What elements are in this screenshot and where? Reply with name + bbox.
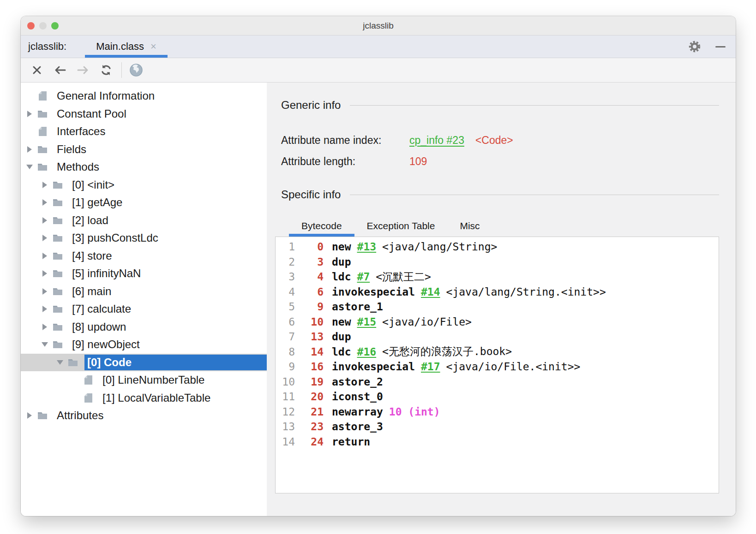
tree-item-6-main[interactable]: [6] main	[21, 283, 267, 301]
bytecode-line: 34ldc#7<沉默王二>	[276, 269, 719, 285]
toolbar	[21, 58, 736, 83]
tree-item-label: Interfaces	[54, 124, 109, 139]
tab-exception-table[interactable]: Exception Table	[354, 215, 448, 237]
tab-bar: jclasslib: Main.class ×	[21, 36, 736, 58]
tree-item-interfaces[interactable]: Interfaces	[21, 123, 267, 141]
tab-bytecode[interactable]: Bytecode	[289, 215, 354, 237]
tree-item-label: [8] updown	[69, 319, 130, 335]
tree-item-4-store[interactable]: [4] store	[21, 247, 267, 265]
tree-item-label: [9] newObject	[69, 337, 144, 352]
opcode-mnemonic: astore_3	[332, 421, 383, 433]
close-file-icon	[31, 65, 42, 76]
tree-item-1-localvariabletable[interactable]: [1] LocalVariableTable	[21, 389, 267, 407]
expander-expanded-icon[interactable]	[24, 165, 35, 169]
opcode-mnemonic: ldc	[332, 346, 351, 358]
tree-item-2-load[interactable]: [2] load	[21, 212, 267, 230]
tree-item-methods[interactable]: Methods	[21, 158, 267, 176]
expander-collapsed-icon[interactable]	[40, 288, 50, 295]
expander-expanded-icon[interactable]	[55, 360, 65, 365]
tree-item-9-newobject[interactable]: [9] newObject	[21, 336, 267, 354]
operand-text: <java/io/File>	[382, 316, 472, 328]
tree-item-7-calculate[interactable]: [7] calculate	[21, 300, 267, 318]
back-button[interactable]	[50, 61, 70, 79]
tree-item-0-linenumbertable[interactable]: [0] LineNumberTable	[21, 371, 267, 389]
settings-button[interactable]	[688, 40, 702, 53]
bytecode-offset: 21	[295, 406, 324, 418]
minimize-panel-button[interactable]	[714, 40, 727, 53]
expander-collapsed-icon[interactable]	[40, 199, 50, 206]
document-icon	[37, 126, 49, 137]
web-button[interactable]	[126, 61, 146, 79]
attribute-name-value: <Code>	[475, 134, 513, 147]
bytecode-offset: 4	[295, 271, 324, 283]
zoom-window-button[interactable]	[51, 22, 59, 30]
tree-item-0-init[interactable]: [0] <init>	[21, 176, 267, 194]
tree-item-general-information[interactable]: General Information	[21, 87, 267, 105]
close-window-button[interactable]	[27, 22, 35, 30]
constant-pool-ref-link[interactable]: #15	[357, 316, 377, 328]
detail-panel: Generic info Attribute name index: cp_in…	[267, 83, 736, 516]
tree-item-0-code[interactable]: [0] Code	[21, 354, 267, 372]
constant-pool-link[interactable]: cp_info #23	[409, 134, 464, 147]
tab-main-class[interactable]: Main.class ×	[85, 36, 168, 58]
expander-collapsed-icon[interactable]	[40, 182, 50, 188]
constant-pool-ref-link[interactable]: #17	[421, 361, 440, 373]
expander-collapsed-icon[interactable]	[40, 306, 50, 312]
bytecode-offset: 3	[295, 256, 324, 268]
line-number: 3	[276, 271, 295, 283]
tree-item-constant-pool[interactable]: Constant Pool	[21, 105, 267, 123]
expander-collapsed-icon[interactable]	[24, 111, 35, 117]
tree-item-1-getage[interactable]: [1] getAge	[21, 194, 267, 212]
tree-item-fields[interactable]: Fields	[21, 141, 267, 159]
bytecode-listing: 10new#13<java/lang/String>23dup34ldc#7<沉…	[275, 237, 719, 493]
bytecode-offset: 10	[295, 316, 324, 328]
reload-button[interactable]	[96, 61, 116, 79]
close-tab-icon[interactable]: ×	[150, 42, 156, 52]
tab-label: Main.class	[96, 41, 144, 53]
expander-collapsed-icon[interactable]	[40, 270, 50, 277]
folder-icon	[52, 286, 64, 297]
tree-item-attributes[interactable]: Attributes	[21, 407, 267, 425]
attribute-length-row: Attribute length: 109	[281, 151, 719, 172]
expander-collapsed-icon[interactable]	[40, 217, 50, 224]
tree-item-label: Methods	[54, 159, 103, 175]
expander-collapsed-icon[interactable]	[40, 324, 50, 330]
expander-collapsed-icon[interactable]	[40, 235, 50, 241]
line-number: 9	[276, 361, 295, 373]
minimize-window-button[interactable]	[39, 22, 47, 30]
folder-icon	[37, 108, 49, 119]
tree-item-label: General Information	[54, 88, 158, 104]
folder-icon	[52, 339, 64, 350]
tree-item-label: [1] LocalVariableTable	[100, 390, 214, 406]
expander-collapsed-icon[interactable]	[24, 412, 35, 419]
operand-text: <无愁河的浪荡汉子.book>	[382, 344, 512, 359]
folder-icon	[37, 144, 49, 155]
globe-icon	[129, 63, 143, 77]
expander-collapsed-icon[interactable]	[40, 253, 50, 259]
close-file-button[interactable]	[27, 61, 47, 79]
app-window: jclasslib jclasslib: Main.class ×	[21, 16, 736, 516]
line-number: 10	[276, 376, 295, 388]
constant-pool-ref-link[interactable]: #16	[357, 346, 377, 358]
constant-pool-ref-link[interactable]: #13	[357, 241, 377, 253]
forward-button[interactable]	[73, 61, 93, 79]
folder-icon	[37, 410, 49, 421]
section-rule	[350, 195, 719, 195]
operand-text: <java/lang/String.<init>>	[446, 286, 606, 298]
tree-item-5-infinitynan[interactable]: [5] infinityNaN	[21, 265, 267, 283]
tree-item-8-updown[interactable]: [8] updown	[21, 318, 267, 336]
tree-item-label: [7] calculate	[69, 301, 135, 317]
opcode-mnemonic: dup	[332, 256, 351, 268]
line-number: 2	[276, 256, 295, 268]
operand-text: <java/io/File.<init>>	[446, 361, 581, 373]
specific-info-heading: Specific info	[281, 188, 341, 201]
bytecode-offset: 14	[295, 346, 324, 358]
expander-expanded-icon[interactable]	[40, 342, 50, 347]
tab-misc[interactable]: Misc	[447, 215, 492, 237]
folder-icon	[52, 321, 64, 332]
tree-item-3-pushconstldc[interactable]: [3] pushConstLdc	[21, 229, 267, 247]
expander-collapsed-icon[interactable]	[24, 146, 35, 153]
attribute-length-value: 109	[409, 155, 427, 168]
constant-pool-ref-link[interactable]: #14	[421, 286, 440, 298]
constant-pool-ref-link[interactable]: #7	[357, 271, 370, 283]
